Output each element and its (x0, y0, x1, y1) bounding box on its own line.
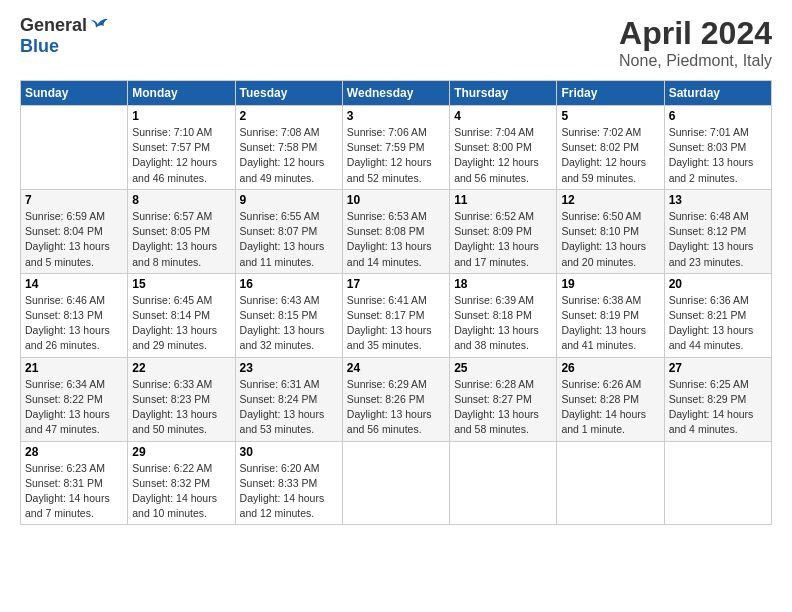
calendar-cell: 17Sunrise: 6:41 AM Sunset: 8:17 PM Dayli… (342, 273, 449, 357)
calendar-header-saturday: Saturday (664, 81, 771, 106)
day-info: Sunrise: 6:25 AM Sunset: 8:29 PM Dayligh… (669, 377, 767, 438)
calendar-cell: 10Sunrise: 6:53 AM Sunset: 8:08 PM Dayli… (342, 189, 449, 273)
day-number: 25 (454, 361, 552, 375)
day-number: 19 (561, 277, 659, 291)
calendar-cell: 30Sunrise: 6:20 AM Sunset: 8:33 PM Dayli… (235, 441, 342, 525)
day-info: Sunrise: 6:22 AM Sunset: 8:32 PM Dayligh… (132, 461, 230, 522)
logo-bird-icon (91, 16, 111, 36)
calendar-header-thursday: Thursday (450, 81, 557, 106)
calendar-cell: 23Sunrise: 6:31 AM Sunset: 8:24 PM Dayli… (235, 357, 342, 441)
day-number: 26 (561, 361, 659, 375)
calendar-cell: 16Sunrise: 6:43 AM Sunset: 8:15 PM Dayli… (235, 273, 342, 357)
calendar-cell: 5Sunrise: 7:02 AM Sunset: 8:02 PM Daylig… (557, 106, 664, 190)
day-info: Sunrise: 6:28 AM Sunset: 8:27 PM Dayligh… (454, 377, 552, 438)
day-number: 24 (347, 361, 445, 375)
day-info: Sunrise: 6:29 AM Sunset: 8:26 PM Dayligh… (347, 377, 445, 438)
day-info: Sunrise: 6:33 AM Sunset: 8:23 PM Dayligh… (132, 377, 230, 438)
calendar-cell (342, 441, 449, 525)
day-number: 7 (25, 193, 123, 207)
day-info: Sunrise: 7:01 AM Sunset: 8:03 PM Dayligh… (669, 125, 767, 186)
calendar-cell: 21Sunrise: 6:34 AM Sunset: 8:22 PM Dayli… (21, 357, 128, 441)
calendar-cell: 6Sunrise: 7:01 AM Sunset: 8:03 PM Daylig… (664, 106, 771, 190)
day-number: 1 (132, 109, 230, 123)
day-info: Sunrise: 6:59 AM Sunset: 8:04 PM Dayligh… (25, 209, 123, 270)
calendar-week-5: 28Sunrise: 6:23 AM Sunset: 8:31 PM Dayli… (21, 441, 772, 525)
day-number: 21 (25, 361, 123, 375)
calendar-header-tuesday: Tuesday (235, 81, 342, 106)
day-number: 22 (132, 361, 230, 375)
day-number: 30 (240, 445, 338, 459)
day-number: 15 (132, 277, 230, 291)
logo-general: General (20, 15, 87, 36)
calendar-header-sunday: Sunday (21, 81, 128, 106)
calendar-table: SundayMondayTuesdayWednesdayThursdayFrid… (20, 80, 772, 525)
day-info: Sunrise: 6:50 AM Sunset: 8:10 PM Dayligh… (561, 209, 659, 270)
calendar-cell: 9Sunrise: 6:55 AM Sunset: 8:07 PM Daylig… (235, 189, 342, 273)
day-number: 9 (240, 193, 338, 207)
calendar-cell: 22Sunrise: 6:33 AM Sunset: 8:23 PM Dayli… (128, 357, 235, 441)
calendar-cell: 1Sunrise: 7:10 AM Sunset: 7:57 PM Daylig… (128, 106, 235, 190)
day-info: Sunrise: 6:38 AM Sunset: 8:19 PM Dayligh… (561, 293, 659, 354)
day-info: Sunrise: 7:08 AM Sunset: 7:58 PM Dayligh… (240, 125, 338, 186)
day-number: 10 (347, 193, 445, 207)
calendar-cell: 7Sunrise: 6:59 AM Sunset: 8:04 PM Daylig… (21, 189, 128, 273)
day-number: 6 (669, 109, 767, 123)
day-info: Sunrise: 6:26 AM Sunset: 8:28 PM Dayligh… (561, 377, 659, 438)
day-number: 29 (132, 445, 230, 459)
day-number: 3 (347, 109, 445, 123)
day-number: 4 (454, 109, 552, 123)
calendar-cell: 28Sunrise: 6:23 AM Sunset: 8:31 PM Dayli… (21, 441, 128, 525)
day-number: 8 (132, 193, 230, 207)
calendar-cell: 18Sunrise: 6:39 AM Sunset: 8:18 PM Dayli… (450, 273, 557, 357)
day-number: 27 (669, 361, 767, 375)
calendar-cell: 24Sunrise: 6:29 AM Sunset: 8:26 PM Dayli… (342, 357, 449, 441)
logo-blue: Blue (20, 36, 59, 56)
calendar-cell: 19Sunrise: 6:38 AM Sunset: 8:19 PM Dayli… (557, 273, 664, 357)
calendar-cell: 20Sunrise: 6:36 AM Sunset: 8:21 PM Dayli… (664, 273, 771, 357)
day-info: Sunrise: 6:31 AM Sunset: 8:24 PM Dayligh… (240, 377, 338, 438)
day-info: Sunrise: 6:46 AM Sunset: 8:13 PM Dayligh… (25, 293, 123, 354)
day-info: Sunrise: 6:52 AM Sunset: 8:09 PM Dayligh… (454, 209, 552, 270)
day-info: Sunrise: 6:55 AM Sunset: 8:07 PM Dayligh… (240, 209, 338, 270)
calendar-cell: 3Sunrise: 7:06 AM Sunset: 7:59 PM Daylig… (342, 106, 449, 190)
calendar-week-1: 1Sunrise: 7:10 AM Sunset: 7:57 PM Daylig… (21, 106, 772, 190)
day-info: Sunrise: 6:43 AM Sunset: 8:15 PM Dayligh… (240, 293, 338, 354)
calendar-header-wednesday: Wednesday (342, 81, 449, 106)
day-info: Sunrise: 6:45 AM Sunset: 8:14 PM Dayligh… (132, 293, 230, 354)
day-info: Sunrise: 6:36 AM Sunset: 8:21 PM Dayligh… (669, 293, 767, 354)
calendar-cell (21, 106, 128, 190)
day-number: 14 (25, 277, 123, 291)
calendar-cell: 29Sunrise: 6:22 AM Sunset: 8:32 PM Dayli… (128, 441, 235, 525)
day-number: 17 (347, 277, 445, 291)
day-info: Sunrise: 6:53 AM Sunset: 8:08 PM Dayligh… (347, 209, 445, 270)
logo: General Blue (20, 15, 111, 57)
day-number: 2 (240, 109, 338, 123)
calendar-cell: 26Sunrise: 6:26 AM Sunset: 8:28 PM Dayli… (557, 357, 664, 441)
calendar-header-row: SundayMondayTuesdayWednesdayThursdayFrid… (21, 81, 772, 106)
calendar-cell: 25Sunrise: 6:28 AM Sunset: 8:27 PM Dayli… (450, 357, 557, 441)
day-number: 11 (454, 193, 552, 207)
calendar-header-friday: Friday (557, 81, 664, 106)
calendar-cell (557, 441, 664, 525)
page: General Blue April 2024 None, Piedmont, … (0, 0, 792, 612)
day-info: Sunrise: 7:10 AM Sunset: 7:57 PM Dayligh… (132, 125, 230, 186)
day-number: 5 (561, 109, 659, 123)
calendar-cell (450, 441, 557, 525)
calendar-cell: 8Sunrise: 6:57 AM Sunset: 8:05 PM Daylig… (128, 189, 235, 273)
calendar-cell: 12Sunrise: 6:50 AM Sunset: 8:10 PM Dayli… (557, 189, 664, 273)
location: None, Piedmont, Italy (619, 52, 772, 70)
calendar-week-2: 7Sunrise: 6:59 AM Sunset: 8:04 PM Daylig… (21, 189, 772, 273)
day-info: Sunrise: 6:20 AM Sunset: 8:33 PM Dayligh… (240, 461, 338, 522)
calendar-cell: 13Sunrise: 6:48 AM Sunset: 8:12 PM Dayli… (664, 189, 771, 273)
calendar-cell: 15Sunrise: 6:45 AM Sunset: 8:14 PM Dayli… (128, 273, 235, 357)
calendar-cell: 2Sunrise: 7:08 AM Sunset: 7:58 PM Daylig… (235, 106, 342, 190)
day-number: 20 (669, 277, 767, 291)
calendar-cell: 11Sunrise: 6:52 AM Sunset: 8:09 PM Dayli… (450, 189, 557, 273)
day-number: 16 (240, 277, 338, 291)
calendar-header-monday: Monday (128, 81, 235, 106)
header: General Blue April 2024 None, Piedmont, … (20, 15, 772, 70)
month-title: April 2024 (619, 15, 772, 52)
day-info: Sunrise: 6:57 AM Sunset: 8:05 PM Dayligh… (132, 209, 230, 270)
day-info: Sunrise: 7:02 AM Sunset: 8:02 PM Dayligh… (561, 125, 659, 186)
day-number: 12 (561, 193, 659, 207)
